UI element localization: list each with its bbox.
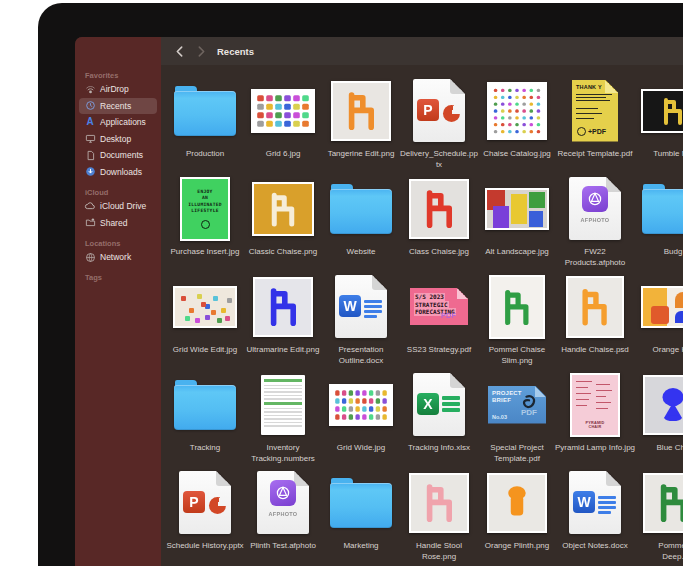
sidebar-item-network[interactable]: Network — [79, 249, 157, 266]
file-label: PresentationOutline.docx — [339, 345, 384, 366]
file-label: Purchase Insert.jpg — [171, 247, 240, 258]
pdf-card-icon: PROJECTBRIEFNo.03PDF — [488, 386, 546, 424]
clock-icon — [84, 100, 96, 112]
file-label: Orange Plinth.png — [485, 541, 550, 552]
file-item[interactable]: Orange Hig — [634, 270, 683, 368]
sidebar-item-airdrop[interactable]: AirDrop — [79, 81, 157, 98]
airdrop-icon — [84, 83, 96, 95]
file-item[interactable]: WObject Notes.docx — [556, 466, 634, 564]
pdf-card-icon: S/S 2023STRATEGICFORECASTINGPDF — [410, 288, 468, 325]
file-item[interactable]: Handle Chaise.psd — [556, 270, 634, 368]
sidebar-section-locations: Locations — [85, 237, 161, 249]
file-item[interactable]: Marketing — [322, 466, 400, 564]
file-item[interactable]: InventoryTracking.numbers — [244, 368, 322, 466]
image-thumbnail — [331, 81, 391, 141]
file-item[interactable]: AFPHOTOFW22Products.afphoto — [556, 172, 634, 270]
sidebar-item-label: Applications — [100, 117, 146, 127]
excel-file-icon: X — [413, 373, 465, 436]
file-label: Tumble Mo — [653, 149, 683, 160]
file-label: Website — [347, 247, 376, 258]
file-label: InventoryTracking.numbers — [251, 443, 315, 464]
file-item[interactable]: Pommel ChaiseSlim.png — [478, 270, 556, 368]
file-item[interactable]: Alt Landscape.jpg — [478, 172, 556, 270]
file-label: Schedule History.pptx — [166, 541, 243, 552]
file-item[interactable]: Website — [322, 172, 400, 270]
file-item[interactable]: Tumble Mo — [634, 74, 683, 172]
image-thumbnail — [409, 179, 469, 239]
afphoto-file-icon: AFPHOTO — [569, 177, 621, 240]
file-item[interactable]: Chaise Catalog.jpg — [478, 74, 556, 172]
downloads-icon — [84, 166, 96, 178]
sidebar-item-recents[interactable]: Recents — [79, 98, 157, 115]
word-file-icon: W — [569, 471, 621, 534]
ppt-file-icon: P — [179, 471, 231, 534]
file-item[interactable]: Class Chaise.jpg — [400, 172, 478, 270]
afphoto-file-icon: AFPHOTO — [257, 471, 309, 534]
image-thumbnail: ENJOYANILLUMINATEDLIFESTYLE — [180, 177, 230, 241]
sidebar-item-applications[interactable]: AApplications — [79, 114, 157, 131]
file-item[interactable]: Budg — [634, 172, 683, 270]
file-item[interactable]: PSchedule History.pptx — [166, 466, 244, 564]
folder-icon — [174, 380, 236, 430]
numbers-file-icon — [261, 375, 305, 435]
file-label: Tangerine Edit.png — [328, 149, 395, 160]
main-area: Recents ProductionGrid 6.jpgTangerine Ed… — [161, 37, 683, 566]
file-item[interactable]: Tangerine Edit.png — [322, 74, 400, 172]
file-item[interactable]: THANK Y+PDFReceipt Template.pdf — [556, 74, 634, 172]
file-item[interactable]: Handle StoolRose.png — [400, 466, 478, 564]
file-item[interactable]: Grid Wide.jpg — [322, 368, 400, 466]
file-label: Grid Wide Edit.jpg — [173, 345, 237, 356]
sidebar-item-label: Network — [100, 252, 131, 262]
sidebar-item-desktop[interactable]: Desktop — [79, 131, 157, 148]
file-label: Classic Chaise.png — [249, 247, 317, 258]
applications-icon: A — [84, 116, 96, 128]
sidebar-item-label: iCloud Drive — [100, 201, 146, 211]
file-item[interactable]: XTracking Info.xlsx — [400, 368, 478, 466]
file-item[interactable]: PDelivery_Schedule.pptx — [400, 74, 478, 172]
file-label: Tracking — [190, 443, 220, 454]
file-label: Receipt Template.pdf — [557, 149, 632, 160]
image-thumbnail — [409, 473, 469, 533]
file-label: Tracking Info.xlsx — [408, 443, 470, 454]
file-item[interactable]: WPresentationOutline.docx — [322, 270, 400, 368]
image-thumbnail: PYRAMIDCHAIR — [570, 373, 620, 437]
file-item[interactable]: Grid 6.jpg — [244, 74, 322, 172]
sidebar-item-label: Shared — [100, 218, 127, 228]
toolbar: Recents — [161, 37, 683, 65]
file-item[interactable]: ENJOYANILLUMINATEDLIFESTYLEPurchase Inse… — [166, 172, 244, 270]
sidebar-item-label: Documents — [100, 150, 143, 160]
file-item[interactable]: Ultramarine Edit.png — [244, 270, 322, 368]
sidebar-item-shared[interactable]: Shared — [79, 215, 157, 232]
image-thumbnail — [641, 89, 683, 133]
sidebar-item-label: AirDrop — [100, 84, 129, 94]
file-label: Handle StoolRose.png — [416, 541, 462, 562]
file-label: Orange Hig — [653, 345, 683, 356]
file-label: Grid Wide.jpg — [337, 443, 385, 454]
sidebar-item-downloads[interactable]: Downloads — [79, 164, 157, 181]
file-label: PommelDeep. — [658, 541, 683, 562]
file-item[interactable]: PommelDeep. — [634, 466, 683, 564]
file-label: Pommel ChaiseSlim.png — [489, 345, 545, 366]
file-item[interactable]: PYRAMIDCHAIRPyramid Lamp Info.jpg — [556, 368, 634, 466]
image-thumbnail — [251, 89, 315, 133]
file-item[interactable]: Classic Chaise.png — [244, 172, 322, 270]
folder-icon — [642, 184, 683, 234]
sidebar-item-documents[interactable]: Documents — [79, 147, 157, 164]
file-item[interactable]: AFPHOTOPlinth Test.afphoto — [244, 466, 322, 564]
file-label: Budg — [664, 247, 683, 258]
file-item[interactable]: Production — [166, 74, 244, 172]
file-item[interactable]: PROJECTBRIEFNo.03PDFSpecial ProjectTempl… — [478, 368, 556, 466]
sidebar-section-tags: Tags — [85, 272, 161, 284]
sidebar-item-label: Downloads — [100, 167, 142, 177]
file-item[interactable]: Tracking — [166, 368, 244, 466]
file-item[interactable]: Blue Cha — [634, 368, 683, 466]
sidebar-item-icloud-drive[interactable]: iCloud Drive — [79, 198, 157, 215]
file-item[interactable]: S/S 2023STRATEGICFORECASTINGPDFSS23 Stra… — [400, 270, 478, 368]
sidebar-section-icloud: iCloud — [85, 186, 161, 198]
file-item[interactable]: Grid Wide Edit.jpg — [166, 270, 244, 368]
forward-button[interactable] — [193, 43, 209, 59]
file-item[interactable]: Orange Plinth.png — [478, 466, 556, 564]
back-button[interactable] — [171, 43, 187, 59]
image-thumbnail — [641, 286, 683, 328]
affinity-photo-logo — [270, 480, 296, 506]
